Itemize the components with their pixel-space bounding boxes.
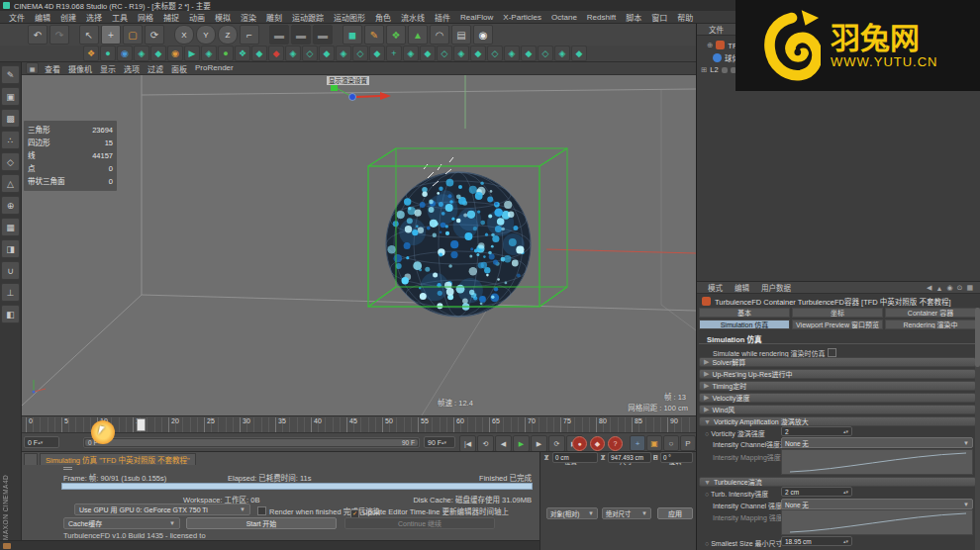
attr-menu-item[interactable]: 用户数据 <box>756 282 796 293</box>
mode-toolbar-icon[interactable]: ◨ <box>1 239 20 258</box>
start-button[interactable]: Start 开始 <box>186 517 337 529</box>
plugin-toolbar-icon[interactable]: ◇ <box>437 46 452 61</box>
plugin-toolbar-icon[interactable]: ◈ <box>285 46 301 61</box>
plugin-toolbar-icon[interactable]: ◆ <box>319 46 335 61</box>
intensity-channel-select[interactable]: None 无▼ <box>781 437 973 448</box>
record-button[interactable]: ? <box>608 436 623 451</box>
plugin-toolbar-icon[interactable]: ◆ <box>150 46 166 61</box>
tab-coord[interactable]: 坐标 <box>792 308 883 318</box>
attr-header-icon[interactable]: ◉ <box>946 284 952 292</box>
toolbar-icon[interactable]: ↖ <box>79 25 99 45</box>
toolbar-icon[interactable]: ⌐ <box>240 25 259 45</box>
coord-mode-select[interactable]: 对象(相对)▼ <box>546 507 598 519</box>
plugin-toolbar-icon[interactable]: ◈ <box>134 46 149 61</box>
mode-toolbar-icon[interactable]: ▦ <box>1 218 20 236</box>
menu-item[interactable]: 编辑 <box>30 12 55 23</box>
plugin-toolbar-icon[interactable]: ● <box>100 46 116 61</box>
menu-item[interactable]: 角色 <box>370 12 396 23</box>
plugin-toolbar-icon[interactable]: ◉ <box>117 46 133 61</box>
menu-item[interactable]: 运动图形 <box>329 12 370 23</box>
toolbar-icon[interactable]: ↶ <box>28 25 48 45</box>
attr-scrollbar[interactable] <box>975 308 980 550</box>
toolbar-icon[interactable]: ▤ <box>451 25 471 45</box>
plugin-toolbar-icon[interactable]: ◈ <box>403 46 419 61</box>
viewport-menu-item[interactable]: 过滤 <box>144 63 167 74</box>
checkbox-icon[interactable] <box>257 506 266 515</box>
plugin-toolbar-icon[interactable]: ◆ <box>470 46 486 61</box>
tab-simulation[interactable]: Simulation 仿真 <box>699 320 790 329</box>
mode-toolbar-icon[interactable]: △ <box>1 174 20 193</box>
menu-item[interactable]: Octane <box>546 13 582 22</box>
keyframe-toggle-button[interactable]: ○ <box>663 435 679 451</box>
menu-item[interactable]: 工具 <box>107 12 133 23</box>
viewport-3d[interactable]: 显示渲染设置 三角形 23694 四边形 15 线 44157 <box>22 75 696 415</box>
vorticity-value-field[interactable]: 2▴▾ <box>781 426 852 436</box>
attr-header-icon[interactable]: ◀ <box>927 284 931 292</box>
collapsed-group[interactable]: ▶Timing定时 <box>699 381 976 391</box>
position-field[interactable]: 0 cm <box>552 452 598 463</box>
plugin-toolbar-icon[interactable]: ▶ <box>184 46 200 61</box>
mode-toolbar-icon[interactable]: ▩ <box>1 109 20 128</box>
turb-intensity-field[interactable]: 2 cm▴▾ <box>781 487 852 497</box>
frame-start-spinner[interactable]: 0 F▴▾ <box>24 436 59 448</box>
size-field[interactable]: 947.493 cm <box>608 452 651 463</box>
menu-item[interactable]: 帮助 <box>672 12 698 23</box>
keyframe-toggle-button[interactable]: ▣ <box>646 435 662 451</box>
plugin-toolbar-icon[interactable]: ◈ <box>336 46 351 61</box>
viewport-menu-item[interactable]: 选项 <box>120 63 144 74</box>
plugin-toolbar-icon[interactable]: ◆ <box>251 46 267 61</box>
plugin-toolbar-icon[interactable]: ◆ <box>420 46 436 61</box>
transport-button[interactable]: ⟳ <box>548 435 565 452</box>
turbulence-section[interactable]: ▼Turbulence湍流 <box>699 477 976 487</box>
mode-toolbar-icon[interactable]: ◇ <box>1 152 20 171</box>
mode-toolbar-icon[interactable]: ∴ <box>1 131 20 149</box>
plugin-toolbar-icon[interactable]: + <box>386 46 402 61</box>
plugin-toolbar-icon[interactable]: ◆ <box>268 46 284 61</box>
menu-item[interactable]: 文件 <box>4 12 30 23</box>
menu-item[interactable]: 雕刻 <box>261 12 287 23</box>
size-mode-select[interactable]: 绝对尺寸▼ <box>602 507 651 519</box>
mode-toolbar-icon[interactable]: ⊕ <box>1 196 20 215</box>
transport-button[interactable]: ◀ <box>495 435 512 452</box>
cache-select[interactable]: Cache缓存▼ <box>63 517 180 529</box>
viewport-menu-item[interactable]: 查看 <box>41 63 64 74</box>
plugin-toolbar-icon[interactable]: ◈ <box>554 46 570 61</box>
toolbar-icon[interactable]: ✎ <box>364 25 384 45</box>
transport-button[interactable]: ▶ <box>531 435 547 452</box>
mode-toolbar-icon[interactable]: ▣ <box>1 87 20 106</box>
tab-basic[interactable]: 基本 <box>699 308 790 318</box>
plugin-toolbar-icon[interactable]: ● <box>218 46 234 61</box>
toolbar-icon[interactable]: ◼ <box>343 25 362 45</box>
tab-viewport-preview[interactable]: Viewport Preview 窗口预览 <box>792 320 883 329</box>
transport-button[interactable]: ▶ <box>513 435 530 452</box>
vorticity-section[interactable]: ▼Vorticity Amplification 漩涡放大 <box>699 416 976 426</box>
tab-container[interactable]: Container 容器 <box>885 308 976 318</box>
tab-rendering[interactable]: Rendering 渲染中 <box>885 320 976 329</box>
collapsed-group[interactable]: ▶Solver解算 <box>699 357 976 367</box>
timeline-range-slider[interactable]: 0 F 90 F <box>83 437 420 448</box>
collapsed-group[interactable]: ▶Up-Res'ing Up-Res进行中 <box>699 369 976 379</box>
plugin-toolbar-icon[interactable]: ❖ <box>83 46 99 61</box>
attr-header-icon[interactable]: ▲ <box>935 285 942 292</box>
timeline-playhead[interactable] <box>137 418 146 431</box>
menu-item[interactable]: X-Particles <box>498 13 546 22</box>
smallest-size-field[interactable]: 18.95 cm▴▾ <box>781 536 852 546</box>
menu-item[interactable]: 窗口 <box>646 12 672 23</box>
checkbox-icon[interactable] <box>828 348 836 357</box>
toolbar-icon[interactable]: ▬ <box>313 25 333 45</box>
plugin-toolbar-icon[interactable]: ◈ <box>201 46 217 61</box>
material-icon[interactable] <box>3 543 11 549</box>
viewport-menu-item[interactable]: ProRender <box>191 63 238 74</box>
menu-item[interactable]: RealFlow <box>455 13 498 22</box>
menu-item[interactable]: 脚本 <box>621 12 646 23</box>
plugin-toolbar-icon[interactable]: ❖ <box>235 46 250 61</box>
toolbar-icon[interactable]: ◠ <box>430 25 449 45</box>
transport-button[interactable]: |◀ <box>459 435 476 452</box>
expand-icon[interactable]: ⊞ <box>701 65 707 74</box>
keyframe-toggle-button[interactable]: + <box>630 435 645 451</box>
menu-item[interactable]: 网格 <box>133 12 158 23</box>
expand-icon[interactable]: ⊕ <box>707 41 713 49</box>
menu-item[interactable]: 运动跟踪 <box>287 12 329 23</box>
plugin-toolbar-icon[interactable]: ◉ <box>167 46 183 61</box>
toolbar-icon[interactable]: ▬ <box>269 25 289 45</box>
